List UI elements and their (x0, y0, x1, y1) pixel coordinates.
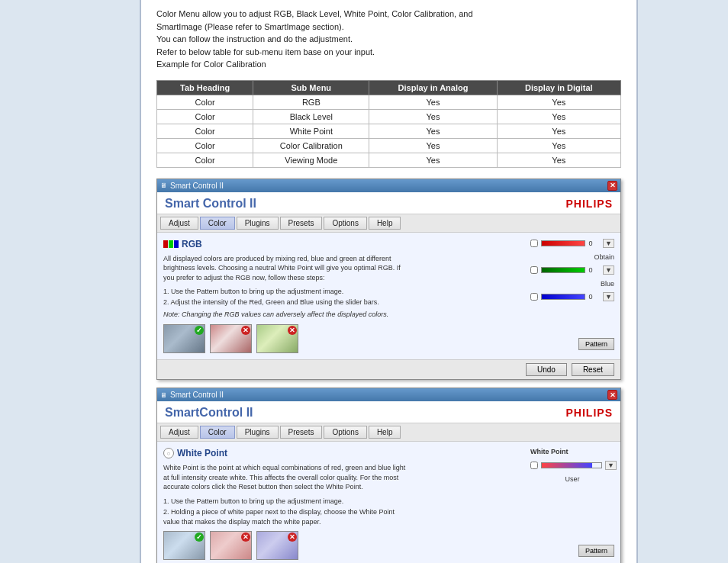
slider-blue-bar[interactable] (541, 294, 585, 300)
nav-options-rgb[interactable]: Options (324, 217, 366, 230)
nav-help-wp[interactable]: Help (369, 426, 401, 439)
slider-red: 0 ▼ (530, 239, 614, 248)
sc-main-area-wp: ○ White Point White Point is the point a… (163, 448, 614, 559)
table-row: ColorWhite PointYesYes (157, 124, 621, 138)
slider-obtain-val: 0 (588, 266, 600, 274)
sc-left-wp: ○ White Point White Point is the point a… (163, 448, 524, 559)
nav-color-wp[interactable]: Color (200, 426, 235, 439)
sc-footer-rgb: Undo Reset (157, 359, 620, 379)
wp-slider-fill (542, 463, 592, 468)
table-row: ColorRGBYesYes (157, 95, 621, 109)
sc-left-rgb: RGB All displayed colors are produced by… (163, 239, 524, 354)
thumb-red-rgb: ✕ (210, 324, 252, 353)
thumb-normal-rgb: ✓ (163, 324, 205, 353)
sc-instructions-rgb: 1. Use the Pattern button to bring up th… (163, 287, 407, 307)
intro-line3: You can follow the instruction and do th… (156, 33, 621, 46)
slider-obtain-arrow[interactable]: ▼ (603, 265, 614, 275)
philips-logo-wp: PHILIPS (566, 407, 613, 419)
slider-obtain-checkbox[interactable] (530, 266, 538, 274)
slider-blue-label: Blue (530, 280, 614, 288)
wp-user-label: User (530, 475, 614, 483)
titlebar-wp: 🖥 Smart Control II ✕ (157, 388, 620, 401)
col-digital: Display in Digital (497, 80, 620, 95)
nav-options-wp[interactable]: Options (324, 426, 366, 439)
titlebar-icon: 🖥 (160, 182, 167, 189)
slider-blue-arrow[interactable]: ▼ (603, 292, 614, 301)
table-row: ColorBlack LevelYesYes (157, 109, 621, 124)
sc-instructions-wp: 1. Use the Pattern button to bring up th… (163, 497, 407, 528)
sc-main-area-rgb: RGB All displayed colors are produced by… (163, 239, 614, 354)
sc-body-wp: ○ White Point White Point is the point a… (157, 442, 620, 563)
philips-logo-rgb: PHILIPS (566, 198, 613, 210)
slider-red-bar[interactable] (541, 240, 585, 246)
pattern-button-wp[interactable]: Pattern (578, 545, 614, 557)
intro-line5: Example for Color Calibration (156, 58, 621, 71)
sc-description-wp: White Point is the point at which equal … (163, 463, 407, 492)
undo-button-rgb[interactable]: Undo (526, 363, 567, 376)
slider-red-checkbox[interactable] (530, 240, 538, 247)
sc-description-rgb: All displayed colors are produced by mix… (163, 254, 407, 283)
wp-slider-arrow[interactable]: ▼ (605, 461, 617, 470)
section-title-wp: ○ White Point (163, 448, 524, 458)
sc-right-wp: White Point ▼ User Pattern (530, 448, 614, 559)
nav-presets-wp[interactable]: Presets (280, 426, 323, 439)
intro-text: Color Menu allow you to adjust RGB, Blac… (156, 8, 621, 71)
thumb-pink-wp: ✕ (210, 531, 252, 560)
thumb-yellow-rgb: ✕ (256, 324, 298, 353)
sc-nav-rgb: Adjust Color Plugins Presets Options Hel… (157, 214, 620, 233)
section-title-rgb: RGB (163, 239, 524, 249)
sc-title-rgb: Smart Control II (165, 197, 256, 211)
slider-red-arrow[interactable]: ▼ (603, 239, 614, 248)
thumb-check-red2-wp: ✕ (288, 532, 297, 542)
thumb-check-green-wp: ✓ (195, 532, 204, 542)
sc-nav-wp: Adjust Color Plugins Presets Options Hel… (157, 423, 620, 442)
pattern-button-rgb[interactable]: Pattern (578, 338, 614, 350)
info-table: Tab Heading Sub Menu Display in Analog D… (156, 80, 621, 168)
slider-blue-checkbox[interactable] (530, 293, 538, 301)
thumb-check-red1-wp: ✕ (241, 532, 250, 542)
table-row: ColorColor CalibrationYesYes (157, 138, 621, 153)
reset-button-rgb[interactable]: Reset (572, 363, 614, 376)
nav-plugins-wp[interactable]: Plugins (237, 426, 279, 439)
right-panel (636, 0, 728, 563)
section-title-text-wp: White Point (177, 448, 227, 458)
rgb-icon (163, 240, 179, 248)
sc-header-wp: SmartControl II PHILIPS (157, 401, 620, 423)
close-button-wp[interactable]: ✕ (607, 390, 617, 400)
nav-color-rgb[interactable]: Color (200, 217, 235, 230)
wp-slider-row: ▼ (530, 461, 617, 470)
rgb-red-bar (163, 240, 168, 248)
intro-line4: Refer to below table for sub-menu item b… (156, 46, 621, 59)
wp-slider-bar[interactable] (541, 462, 602, 468)
sc-thumbnails-rgb: ✓ ✕ ✕ (163, 324, 524, 353)
smartcontrol-wp-window: 🖥 Smart Control II ✕ SmartControl II PHI… (156, 388, 621, 563)
sc-body-rgb: RGB All displayed colors are produced by… (157, 233, 620, 360)
sc-title-wp: SmartControl II (165, 406, 253, 420)
thumb-blue-wp: ✕ (256, 531, 298, 560)
sc-thumbnails-wp: ✓ ✕ ✕ (163, 531, 524, 560)
thumb-normal-wp: ✓ (163, 531, 205, 560)
table-row: ColorViewing ModeYesYes (157, 153, 621, 167)
wp-icon: ○ (163, 448, 174, 458)
sc-note-rgb: Note: Changing the RGB values can advers… (163, 310, 524, 318)
slider-obtain-label: Obtain (530, 253, 614, 261)
nav-adjust-wp[interactable]: Adjust (160, 426, 198, 439)
nav-presets-rgb[interactable]: Presets (280, 217, 323, 230)
nav-plugins-rgb[interactable]: Plugins (237, 217, 279, 230)
main-content: Color Menu allow you to adjust RGB, Blac… (141, 0, 636, 563)
slider-obtain-bar[interactable] (541, 267, 585, 273)
nav-adjust-rgb[interactable]: Adjust (160, 217, 198, 230)
intro-line1: Color Menu allow you to adjust RGB, Blac… (156, 8, 621, 21)
rgb-green-bar (169, 240, 173, 248)
wp-slider-checkbox[interactable] (530, 462, 538, 469)
close-button-rgb[interactable]: ✕ (607, 181, 617, 191)
titlebar-rgb: 🖥 Smart Control II ✕ (157, 179, 620, 192)
sc-header-rgb: Smart Control II PHILIPS (157, 192, 620, 214)
col-analog: Display in Analog (369, 80, 497, 95)
slider-obtain: 0 ▼ (530, 265, 614, 275)
slider-blue-val: 0 (588, 293, 600, 301)
rgb-blue-bar (174, 240, 179, 248)
intro-line2: SmartImage (Please refer to SmartImage s… (156, 21, 621, 34)
nav-help-rgb[interactable]: Help (369, 217, 401, 230)
col-sub-menu: Sub Menu (253, 80, 369, 95)
